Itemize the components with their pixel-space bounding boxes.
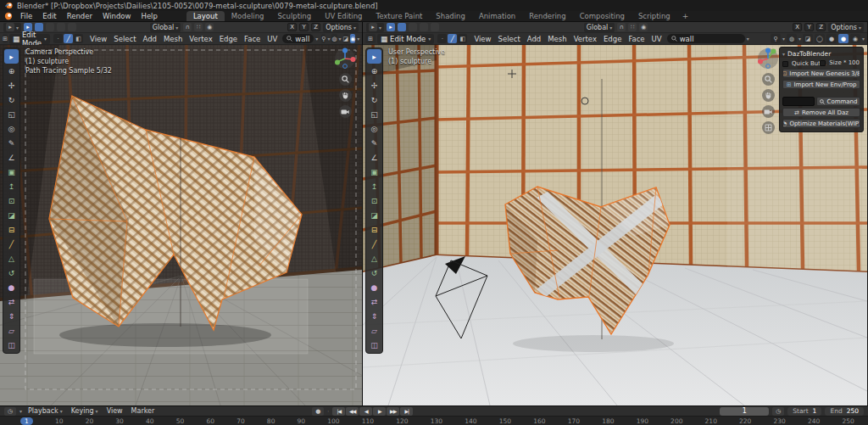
shading-rendered-icon[interactable]: ◉ [350,34,355,43]
menu-item[interactable]: Window [97,12,136,20]
tool-rotate[interactable]: ↻ [4,92,19,107]
tool-knife[interactable]: ╱ [367,237,381,251]
tool-extrude-region[interactable]: ↥ [4,179,19,193]
transport-button[interactable]: ◀ [359,407,372,416]
tool-inset-faces[interactable]: ⊡ [4,193,19,208]
tool-add-cube[interactable]: ▣ [367,165,381,179]
tool-select-box[interactable]: ▸ [4,49,19,64]
tool-knife[interactable]: ╱ [4,237,19,251]
workspace-tab[interactable]: Animation [472,11,522,21]
snap-target-icon[interactable]: ∷ [628,23,637,31]
navigation-gizmo[interactable] [334,48,356,70]
face-select-icon[interactable]: ◧ [458,34,467,43]
viewport-menu-item[interactable]: Face [241,35,264,43]
tool-scale[interactable]: ◱ [4,107,19,121]
tool-rip-region[interactable]: ◫ [367,338,381,352]
command-input[interactable] [782,97,815,106]
transport-button[interactable]: ◀◀ [346,407,359,416]
marker-menu[interactable]: Marker [129,407,158,415]
active-tool-dropdown[interactable]: ▸▾ [3,23,21,32]
tool-spin[interactable]: ↺ [367,266,381,280]
chevron-down-icon[interactable]: ▾ [798,36,801,42]
tool-edge-slide[interactable]: ⇄ [4,294,19,309]
mode-dropdown[interactable]: ▦Edit Mode▾ [9,34,50,44]
search-field[interactable]: wall [282,34,314,43]
tool-shrink-fatten[interactable]: ⇕ [4,309,19,323]
gizmos-toggle-icon[interactable]: ⚲ [321,34,326,43]
editor-type-icon[interactable]: ⊞ [365,34,376,43]
snap-target-icon[interactable]: ∷ [194,23,203,31]
select-mode-intersect[interactable] [68,23,76,31]
select-mode-subtract[interactable] [420,23,428,31]
snap-magnet-icon[interactable]: ∩ [617,23,626,31]
panel-header[interactable]: ▾ DazToBlender [782,50,860,58]
shading-solid-icon[interactable]: ● [826,34,837,43]
menu-item[interactable]: Help [136,12,162,20]
tool-smooth[interactable]: ● [367,280,381,294]
tool-spin[interactable]: ↺ [4,266,19,280]
viewport-menu-item[interactable]: Vertex [570,35,600,43]
start-frame-field[interactable]: Start 1 [787,407,821,416]
chevron-down-icon[interactable]: ▾ [357,36,359,42]
zoom-icon[interactable] [339,73,352,86]
select-mode-extend[interactable] [46,23,54,31]
workspace-tab[interactable]: Layout [186,11,225,21]
tool-shear[interactable]: ▱ [4,323,19,338]
tool-rip-region[interactable]: ◫ [4,338,19,352]
edge-select-icon[interactable]: ╱ [64,34,73,43]
viewport-menu-item[interactable]: Mesh [160,35,186,43]
select-mode-subtract[interactable] [57,23,65,31]
camera-view-icon[interactable] [339,105,352,118]
current-frame-field[interactable]: 1 [720,407,769,416]
vertex-select-icon[interactable]: · [437,34,447,43]
viewport-menu-item[interactable]: Select [110,35,139,43]
viewport-canvas-left[interactable]: Camera Perspective (1) sculpture Path Tr… [0,45,362,405]
size-100-checkbox[interactable] [820,60,826,66]
edge-select-icon[interactable]: ╱ [448,34,457,43]
navigation-gizmo[interactable] [757,48,779,70]
optimize-materials-button[interactable]: ◔Optimize Materials(WIP) [782,119,860,128]
import-genesis-button[interactable]: ⊡Import New Genesis 3/8 [782,69,860,78]
face-select-icon[interactable]: ◧ [74,34,83,43]
mirror-x-button[interactable]: X [287,23,297,31]
overlays-toggle-icon[interactable]: ◍ [331,34,337,43]
pan-hand-icon[interactable] [762,89,775,102]
select-mode-extend[interactable] [409,23,417,31]
shading-material-icon[interactable]: ● [838,34,849,43]
overlays-toggle-icon[interactable]: ◍ [787,34,797,43]
transport-button[interactable]: ▶ [373,407,386,416]
import-envprop-button[interactable]: ⊞Import New Env/Prop [782,80,860,89]
proportional-edit-icon[interactable]: ◉ [205,23,214,31]
transport-button[interactable]: ▶▶ [387,407,399,416]
transport-button[interactable]: |◀ [332,407,345,416]
add-workspace-button[interactable]: + [677,12,694,20]
xray-toggle-icon[interactable]: ◪ [343,34,349,43]
timeline-ruler[interactable]: 1102030405060708090100110120130140150160… [0,416,868,425]
viewport-menu-item[interactable]: Face [625,35,648,43]
tool-loop-cut[interactable]: ⊟ [367,222,381,237]
auto-keying-button[interactable]: ● [312,407,324,416]
workspace-tab[interactable]: Compositing [573,11,632,21]
zoom-icon[interactable] [762,73,775,86]
mode-dropdown[interactable]: ▦Edit Mode▾ [377,34,434,44]
tool-loop-cut[interactable]: ⊟ [4,222,19,237]
transport-button[interactable]: ▶| [400,407,413,416]
search-field[interactable]: wall [667,34,745,43]
viewport-menu-item[interactable]: View [86,35,110,43]
tool-move[interactable]: ✢ [367,78,381,92]
viewport-menu-item[interactable]: Edge [216,35,241,43]
tool-add-cube[interactable]: ▣ [4,165,19,179]
xray-toggle-icon[interactable]: ◪ [803,34,813,43]
search-dropdown-icon[interactable]: ▾ [747,36,749,42]
command-button[interactable]: Command [816,97,860,106]
chevron-down-icon[interactable]: ▾ [327,36,330,42]
shading-rendered-icon[interactable]: ◉ [850,34,860,43]
menu-item[interactable]: Render [62,12,97,20]
editor-type-icon[interactable]: ⊞ [3,34,8,43]
tool-bevel[interactable]: ◪ [367,208,381,222]
chevron-down-icon[interactable]: ▾ [782,36,785,42]
tool-measure[interactable]: ∠ [4,150,19,165]
tool-transform[interactable]: ◎ [4,121,19,136]
tool-move[interactable]: ✢ [4,78,19,92]
chevron-down-icon[interactable]: ▾ [862,36,865,42]
